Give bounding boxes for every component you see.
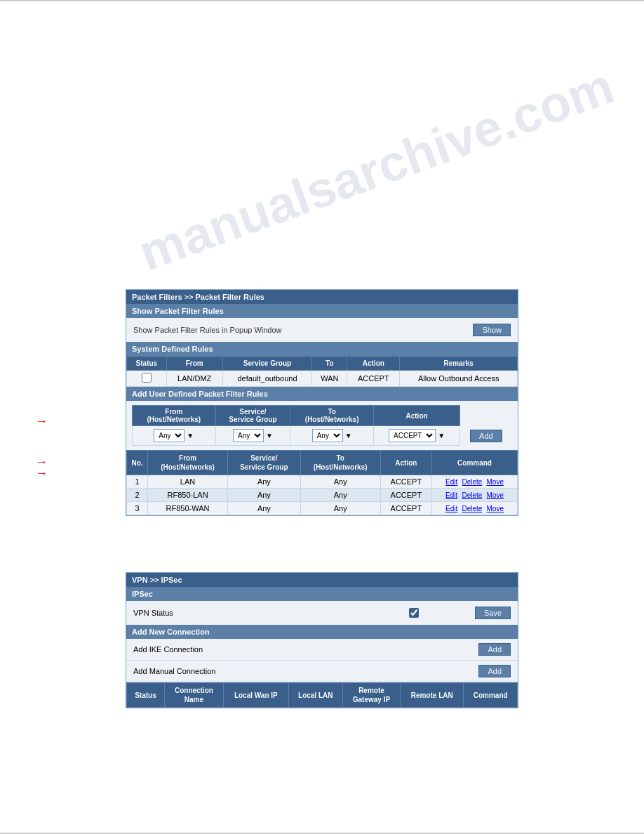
add-form-th-to: To (Host/Networks) xyxy=(290,406,374,426)
user-rules-table: No. From (Host/Networks) Service/ Servic… xyxy=(126,450,518,515)
ur-to-1: Any xyxy=(300,475,380,489)
packet-filter-panel: Packet Filters >> Packet Filter Rules Sh… xyxy=(126,289,518,516)
ur-action-1: ACCEPT xyxy=(380,475,431,489)
vpn-status-checkbox[interactable] xyxy=(409,608,419,618)
add-to-select[interactable]: Any xyxy=(312,429,343,442)
ur-no-2: 2 xyxy=(127,489,148,502)
add-user-defined-header: Add User Defined Packet Filter Rules xyxy=(126,387,518,401)
ur-th-from: From (Host/Networks) xyxy=(148,451,228,475)
ur-to-2: Any xyxy=(300,489,380,502)
vpn-panel: VPN >> IPSec IPSec VPN Status Save Add N… xyxy=(126,572,518,708)
add-from-select[interactable]: Any xyxy=(154,429,185,442)
add-form-th-service: Service/ Service Group xyxy=(215,406,290,426)
system-row-from: LAN/DMZ xyxy=(166,371,222,387)
packet-filter-wrapper: → → → Packet Filters >> Packet Filter Ru… xyxy=(56,289,588,516)
add-form-to-cell: Any ▼ xyxy=(290,426,374,446)
ur-th-service: Service/ Service Group xyxy=(228,451,301,475)
delete-btn-3[interactable]: Delete xyxy=(462,505,482,512)
ur-command-1: Edit Delete Move xyxy=(432,475,518,489)
system-rule-row: LAN/DMZ default_outbound WAN ACCEPT Allo… xyxy=(127,371,518,387)
content-area: → → → Packet Filters >> Packet Filter Ru… xyxy=(0,1,644,757)
show-section-text: Show Packet Filter Rules in Popup Window xyxy=(133,326,282,334)
add-form-action-cell: ACCEPT ▼ xyxy=(373,426,459,446)
add-connection-header: Add New Connection xyxy=(126,625,518,639)
ur-action-2: ACCEPT xyxy=(380,489,431,502)
add-form-th-empty xyxy=(460,406,512,426)
add-form-th-action: Action xyxy=(373,406,459,426)
ur-action-3: ACCEPT xyxy=(380,502,431,515)
system-row-remarks: Allow Outbound Access xyxy=(400,371,518,387)
manual-connection-row: Add Manual Connection Add xyxy=(126,661,518,682)
ur-service-2: Any xyxy=(228,489,301,502)
manual-label: Add Manual Connection xyxy=(133,667,215,675)
move-btn-2[interactable]: Move xyxy=(486,491,503,499)
ur-service-3: Any xyxy=(228,502,301,515)
system-row-service: default_outbound xyxy=(222,371,312,387)
show-section-body: Show Packet Filter Rules in Popup Window… xyxy=(126,318,518,342)
vpn-save-button[interactable]: Save xyxy=(475,607,511,619)
vpn-th-local-wan: Local Wan IP xyxy=(224,683,289,708)
ur-th-command: Command xyxy=(432,451,518,475)
vpn-th-remote-gw: Remote Gateway IP xyxy=(342,683,400,708)
add-rule-button[interactable]: Add xyxy=(470,430,502,442)
manual-add-button[interactable]: Add xyxy=(478,665,511,677)
vpn-connections-table: Status Connection Name Local Wan IP Loca… xyxy=(126,682,518,708)
ike-add-button[interactable]: Add xyxy=(478,643,511,656)
ur-service-1: Any xyxy=(228,475,301,489)
user-rule-row-2: 2 RF850-LAN Any Any ACCEPT Edit Delete M… xyxy=(127,489,518,502)
add-form-table: From (Host/Networks) Service/ Service Gr… xyxy=(132,405,512,446)
vpn-th-local-lan: Local LAN xyxy=(288,683,342,708)
show-section-header: Show Packet Filter Rules xyxy=(126,304,518,318)
delete-btn-2[interactable]: Delete xyxy=(462,491,482,499)
vpn-th-remote-lan: Remote LAN xyxy=(401,683,464,708)
move-btn-3[interactable]: Move xyxy=(486,505,503,512)
system-defined-table: Status From Service Group To Action Rema… xyxy=(126,356,518,387)
ike-label: Add IKE Connection xyxy=(133,645,203,654)
ur-command-3: Edit Delete Move xyxy=(432,502,518,515)
user-rules-section: No. From (Host/Networks) Service/ Servic… xyxy=(126,450,518,515)
packet-filter-title: Packet Filters >> Packet Filter Rules xyxy=(126,290,518,304)
edit-btn-1[interactable]: Edit xyxy=(445,478,457,486)
th-to: To xyxy=(312,357,347,371)
system-defined-body: Status From Service Group To Action Rema… xyxy=(126,356,518,387)
edit-btn-2[interactable]: Edit xyxy=(445,491,457,499)
vpn-th-conn-name: Connection Name xyxy=(164,683,223,708)
vpn-th-status: Status xyxy=(127,683,165,708)
system-rule-checkbox[interactable] xyxy=(142,373,152,383)
user-rule-row-3: 3 RF850-WAN Any Any ACCEPT Edit Delete M… xyxy=(127,502,518,515)
ur-th-no: No. xyxy=(127,451,148,475)
add-form-add-cell: Add xyxy=(460,426,512,446)
add-form-th-from: From (Host/Networks) xyxy=(133,406,216,426)
ipsec-header: IPSec xyxy=(126,587,518,601)
add-form-service-cell: Any ▼ xyxy=(215,426,290,446)
vpn-th-command: Command xyxy=(464,683,518,708)
ur-th-to: To (Host/Networks) xyxy=(300,451,380,475)
ur-from-1: LAN xyxy=(148,475,228,489)
system-defined-header: System Defined Rules xyxy=(126,342,518,356)
ur-th-action: Action xyxy=(380,451,431,475)
th-service-group: Service Group xyxy=(222,357,312,371)
th-status: Status xyxy=(127,357,167,371)
ur-from-2: RF850-LAN xyxy=(148,489,228,502)
vpn-title: VPN >> IPSec xyxy=(126,573,518,587)
th-from: From xyxy=(166,357,222,371)
ur-from-3: RF850-WAN xyxy=(148,502,228,515)
edit-btn-3[interactable]: Edit xyxy=(445,505,457,512)
system-row-to: WAN xyxy=(312,371,347,387)
add-user-defined-body: From (Host/Networks) Service/ Service Gr… xyxy=(126,401,518,450)
user-rule-row-1: 1 LAN Any Any ACCEPT Edit Delete Move xyxy=(127,475,518,489)
system-row-action: ACCEPT xyxy=(347,371,400,387)
ur-to-3: Any xyxy=(300,502,380,515)
ur-command-2: Edit Delete Move xyxy=(432,489,518,502)
arrow-user-row2: → xyxy=(35,466,48,481)
show-button[interactable]: Show xyxy=(473,324,511,336)
vpn-status-label: VPN Status xyxy=(133,609,173,617)
vpn-panel-wrapper: VPN >> IPSec IPSec VPN Status Save Add N… xyxy=(56,572,588,708)
th-remarks: Remarks xyxy=(400,357,518,371)
th-action: Action xyxy=(347,357,400,371)
add-action-select[interactable]: ACCEPT xyxy=(389,429,436,442)
delete-btn-1[interactable]: Delete xyxy=(462,478,482,486)
add-service-select[interactable]: Any xyxy=(233,429,264,442)
vpn-connections-section: Status Connection Name Local Wan IP Loca… xyxy=(126,682,518,708)
move-btn-1[interactable]: Move xyxy=(486,478,503,486)
